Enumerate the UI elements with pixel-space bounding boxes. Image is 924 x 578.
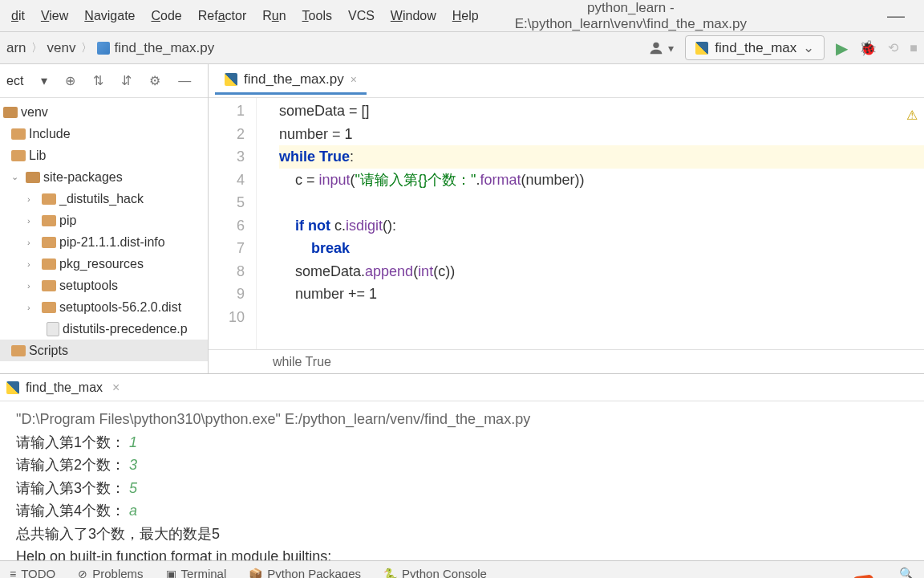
- tree-item[interactable]: ›_distutils_hack: [0, 188, 208, 210]
- chevron-right-icon: 〉: [31, 41, 43, 55]
- terminal-icon: ▣: [166, 568, 176, 579]
- chevron-right-icon[interactable]: ›: [27, 259, 38, 269]
- chevron-right-icon[interactable]: ›: [27, 303, 38, 312]
- tab-python-packages[interactable]: 📦Python Packages: [249, 567, 361, 578]
- hide-icon[interactable]: —: [178, 74, 191, 88]
- run-button[interactable]: ▶: [836, 39, 848, 58]
- console-command: "D:\Program Files\python310\python.exe" …: [16, 408, 908, 431]
- warning-icon[interactable]: ⚠: [906, 104, 918, 128]
- chevron-right-icon[interactable]: ›: [27, 194, 38, 204]
- menu-edit[interactable]: dit: [3, 9, 33, 23]
- bottom-tool-tabs: ≡TODO ⊘Problems ▣Terminal 📦Python Packag…: [0, 560, 924, 578]
- project-selector[interactable]: ect: [6, 74, 23, 88]
- folder-icon: [42, 193, 56, 205]
- tab-python-console[interactable]: 🐍Python Console: [383, 567, 487, 578]
- tab-terminal[interactable]: ▣Terminal: [166, 567, 227, 578]
- breadcrumb: arn 〉 venv 〉 find_the_max.py: [6, 40, 214, 56]
- breadcrumb-file[interactable]: find_the_max.py: [115, 40, 215, 56]
- menu-code[interactable]: Code: [143, 9, 189, 23]
- collapse-icon[interactable]: ⇵: [121, 73, 132, 88]
- folder-icon: [26, 172, 40, 183]
- expand-icon[interactable]: ⇅: [93, 73, 103, 88]
- folder-icon: [3, 107, 18, 118]
- breadcrumb-root[interactable]: arn: [6, 40, 26, 56]
- menu-window[interactable]: Window: [383, 9, 444, 23]
- run-config-label: find_the_max: [715, 40, 796, 56]
- project-sidebar: ect ▾ ⊕ ⇅ ⇵ ⚙ — venv Include Lib ⌄site-p…: [0, 64, 209, 373]
- tree-item[interactable]: ›setuptools: [0, 275, 208, 296]
- tree-folder-lib[interactable]: Lib: [0, 144, 208, 166]
- python-icon: [695, 42, 708, 55]
- target-icon[interactable]: ⊕: [65, 73, 75, 88]
- chevron-down-icon[interactable]: ▾: [41, 73, 47, 88]
- tree-item[interactable]: ›pkg_resources: [0, 253, 208, 275]
- folder-icon: [11, 128, 26, 140]
- console-output[interactable]: "D:\Program Files\python310\python.exe" …: [0, 401, 924, 560]
- sogou-icon: S: [852, 574, 875, 578]
- python-file-icon: [97, 42, 110, 55]
- gear-icon[interactable]: ⚙: [149, 73, 160, 88]
- editor-breadcrumb: while True: [209, 349, 924, 373]
- python-icon: [6, 381, 19, 394]
- list-icon: ≡: [10, 568, 16, 579]
- editor-tab[interactable]: find_the_max.py ×: [215, 67, 367, 95]
- chevron-right-icon[interactable]: ›: [27, 281, 38, 291]
- close-icon[interactable]: ×: [351, 73, 357, 86]
- console-help: Help on built-in function format in modu…: [16, 545, 908, 560]
- folder-icon: [42, 258, 56, 270]
- package-icon: 📦: [249, 568, 262, 579]
- menu-help[interactable]: Help: [444, 9, 487, 23]
- chevron-down-icon[interactable]: ⌄: [11, 172, 22, 182]
- tree-folder-venv[interactable]: venv: [0, 101, 208, 123]
- console-icon: 🐍: [383, 568, 397, 579]
- code-editor[interactable]: ⚠ 12345678910 someData = []number = 1whi…: [209, 98, 924, 349]
- chevron-right-icon[interactable]: ›: [27, 238, 38, 247]
- run-tab-label[interactable]: find_the_max: [26, 381, 103, 395]
- menu-view[interactable]: View: [33, 9, 76, 23]
- run-tool-window: find_the_max × "D:\Program Files\python3…: [0, 373, 924, 560]
- user-icon[interactable]: [647, 39, 665, 57]
- folder-icon: [11, 150, 26, 161]
- editor: find_the_max.py × ⚠ 12345678910 someData…: [209, 64, 924, 373]
- run-configuration-selector[interactable]: find_the_max ⌄: [685, 35, 825, 60]
- folder-icon: [42, 237, 56, 248]
- menu-bar: dit View Navigate Code Refactor Run Tool…: [0, 0, 924, 32]
- tree-item[interactable]: ›pip-21.1.1.dist-info: [0, 231, 208, 253]
- line-gutter: 12345678910: [209, 98, 257, 349]
- coverage-button[interactable]: ⟲: [888, 40, 898, 55]
- chevron-right-icon[interactable]: ›: [27, 216, 38, 226]
- folder-icon: [42, 215, 56, 226]
- tree-folder-site-packages[interactable]: ⌄site-packages: [0, 166, 208, 188]
- project-tree: venv Include Lib ⌄site-packages ›_distut…: [0, 98, 208, 364]
- menu-vcs[interactable]: VCS: [340, 9, 383, 23]
- tree-folder-include[interactable]: Include: [0, 123, 208, 144]
- toolbar: arn 〉 venv 〉 find_the_max.py ▾ find_the_…: [0, 32, 924, 64]
- menu-navigate[interactable]: Navigate: [76, 9, 143, 23]
- close-icon[interactable]: ×: [112, 381, 120, 395]
- menu-run[interactable]: Run: [254, 9, 294, 23]
- chevron-right-icon: 〉: [81, 41, 92, 55]
- debug-button[interactable]: 🐞: [859, 39, 877, 57]
- folder-icon: [11, 345, 26, 356]
- stop-button[interactable]: ■: [910, 41, 918, 55]
- menu-tools[interactable]: Tools: [294, 9, 340, 23]
- window-title: python_learn - E:\python_learn\venv\find…: [487, 0, 871, 32]
- tree-file[interactable]: distutils-precedence.p: [0, 318, 208, 340]
- warning-icon: ⊘: [78, 568, 87, 579]
- tree-item[interactable]: ›pip: [0, 210, 208, 231]
- chevron-down-icon[interactable]: ▾: [668, 42, 674, 55]
- window-minimize[interactable]: —: [871, 6, 921, 26]
- tab-problems[interactable]: ⊘Problems: [78, 567, 143, 578]
- folder-icon: [42, 302, 56, 313]
- python-icon: [225, 73, 237, 86]
- tree-folder-scripts[interactable]: Scripts: [0, 340, 208, 361]
- file-icon: [47, 322, 59, 336]
- console-result: 总共输入了3个数，最大的数是5: [16, 523, 908, 546]
- svg-point-0: [654, 42, 659, 47]
- tab-todo[interactable]: ≡TODO: [10, 567, 55, 578]
- chevron-down-icon: ⌄: [803, 39, 814, 56]
- tree-item[interactable]: ›setuptools-56.2.0.dist: [0, 296, 208, 318]
- menu-refactor[interactable]: Refactor: [190, 9, 254, 23]
- breadcrumb-folder[interactable]: venv: [47, 40, 76, 56]
- tab-label: find_the_max.py: [244, 71, 344, 88]
